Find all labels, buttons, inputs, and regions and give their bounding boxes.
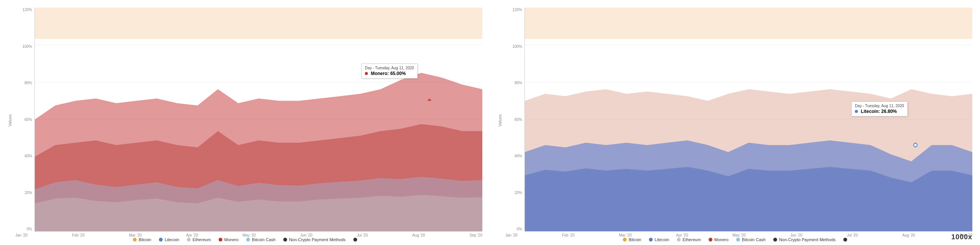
legend-dot-extra-1 xyxy=(353,238,357,242)
legend-dot-bitcoincash-1 xyxy=(246,238,250,242)
legend-litecoin-2: Litecoin xyxy=(649,237,669,242)
legend-label-monero-1: Monero xyxy=(224,237,238,242)
legend-label-noncrypto-1: Non-Crypto Payment Methods xyxy=(289,237,346,242)
legend-extra-1 xyxy=(353,238,357,242)
legend-bitcoin-1: Bitcoin xyxy=(133,237,151,242)
y-ticks-1: 120% 100% 80% 60% 40% 20% 0% xyxy=(18,8,32,231)
chart2-tooltip: Day - Tuesday, Aug 11, 2020 Litecoin: 26… xyxy=(851,101,907,116)
legends-container: Bitcoin Litecoin Ethereum Monero Bitcoin… xyxy=(0,237,980,245)
legend-ethereum-1: Ethereum xyxy=(187,237,211,242)
legend-label-monero-2: Monero xyxy=(714,237,728,242)
legend-label-bitcoin-1: Bitcoin xyxy=(139,237,151,242)
legend-dot-ethereum-2 xyxy=(677,238,681,242)
legend-monero-2: Monero xyxy=(709,237,728,242)
legend-label-noncrypto-2: Non-Crypto Payment Methods xyxy=(779,237,836,242)
legend-dot-noncrypto-1 xyxy=(283,238,287,242)
tooltip1-dot xyxy=(365,72,368,75)
legend-dot-bitcoin-1 xyxy=(133,238,137,242)
legend-monero-1: Monero xyxy=(219,237,238,242)
legend-ethereum-2: Ethereum xyxy=(677,237,701,242)
legend-litecoin-1: Litecoin xyxy=(159,237,179,242)
tooltip1-value: Monero: 65.00% xyxy=(365,71,414,76)
y-ticks-2: 120% 100% 80% 60% 40% 20% 0% xyxy=(508,8,522,231)
legend2: Bitcoin Litecoin Ethereum Monero Bitcoin… xyxy=(498,237,972,242)
tooltip2-value: Litecoin: 26.80% xyxy=(855,109,904,114)
chart2-x-ticks: Jan '20 Feb '20 Mar '20 Apr '20 May '20 … xyxy=(505,233,972,237)
tooltip2-dot xyxy=(855,110,858,113)
legend-extra-2 xyxy=(843,238,847,242)
legend-label-bitcoincash-1: Bitcoin Cash xyxy=(252,237,276,242)
chart1-wrapper: Values 120% 100% 80% 60% 40% 20% 0% xyxy=(8,4,482,237)
legend1: Bitcoin Litecoin Ethereum Monero Bitcoin… xyxy=(8,237,482,242)
chart2-area: 120% 100% 80% 60% 40% 20% 0% xyxy=(524,8,972,232)
legend-dot-monero-1 xyxy=(219,238,222,242)
legend-dot-extra-2 xyxy=(843,238,847,242)
chart2-svg xyxy=(525,8,972,231)
legend-dot-bitcoincash-2 xyxy=(736,238,740,242)
legend-label-litecoin-1: Litecoin xyxy=(165,237,179,242)
legend-bitcoincash-1: Bitcoin Cash xyxy=(246,237,276,242)
legend-label-bitcoin-2: Bitcoin xyxy=(629,237,641,242)
legend-dot-monero-2 xyxy=(709,238,712,242)
legend-dot-ethereum-1 xyxy=(187,238,191,242)
legend-label-litecoin-2: Litecoin xyxy=(655,237,669,242)
branding-logo: 1000x xyxy=(951,233,972,241)
legend-bitcoincash-2: Bitcoin Cash xyxy=(736,237,766,242)
chart1-tooltip: Day - Tuesday, Aug 11, 2020 Monero: 65.0… xyxy=(361,64,417,78)
legend-noncrypto-2: Non-Crypto Payment Methods xyxy=(773,237,836,242)
y-axis-label-1: Values xyxy=(8,4,15,237)
legend-dot-noncrypto-2 xyxy=(773,238,777,242)
svg-point-13 xyxy=(914,143,917,147)
legend-dot-litecoin-2 xyxy=(649,238,653,242)
chart1-area: 120% 100% 80% 60% 40% 20% 0% xyxy=(34,8,482,232)
tooltip1-title: Day - Tuesday, Aug 11, 2020 xyxy=(365,66,414,70)
chart1-x-ticks: Jan '20 Feb '20 Mar '20 Apr '20 May '20 … xyxy=(15,233,482,237)
legend-dot-litecoin-1 xyxy=(159,238,163,242)
chart2-wrapper: Values 120% 100% 80% 60% 40% 20% 0% xyxy=(498,4,972,237)
legend-label-ethereum-1: Ethereum xyxy=(193,237,211,242)
legend-label-bitcoincash-2: Bitcoin Cash xyxy=(742,237,766,242)
legend-dot-bitcoin-2 xyxy=(623,238,627,242)
tooltip2-title: Day - Tuesday, Aug 11, 2020 xyxy=(855,104,904,108)
legend-noncrypto-1: Non-Crypto Payment Methods xyxy=(283,237,346,242)
legend-bitcoin-2: Bitcoin xyxy=(623,237,641,242)
y-axis-label-2: Values xyxy=(498,4,505,237)
legend-label-ethereum-2: Ethereum xyxy=(683,237,701,242)
charts-container: Values 120% 100% 80% 60% 40% 20% 0% xyxy=(0,0,980,237)
chart1-svg xyxy=(35,8,482,231)
